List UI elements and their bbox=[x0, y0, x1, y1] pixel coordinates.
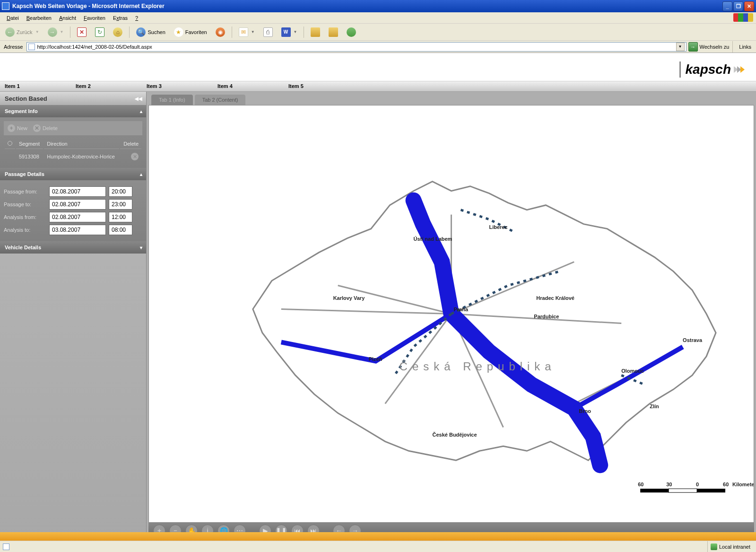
plus-icon: + bbox=[8, 124, 15, 132]
address-dropdown[interactable]: ▼ bbox=[676, 43, 685, 51]
close-button[interactable]: ✕ bbox=[744, 1, 754, 11]
segment-table: Segment Direction Delete 5913308 Humpole… bbox=[4, 138, 142, 164]
page-header: kapsch bbox=[0, 53, 756, 81]
nav-item-5[interactable]: Item 5 bbox=[284, 81, 355, 91]
date-input[interactable] bbox=[49, 199, 106, 210]
svg-text:Praha: Praha bbox=[453, 307, 468, 313]
segment-info-header[interactable]: Segment Info ▴ bbox=[0, 105, 146, 117]
stop-icon: ✕ bbox=[77, 27, 87, 37]
search-button[interactable]: 🔍Suchen bbox=[133, 26, 168, 39]
stop-button[interactable]: ✕ bbox=[74, 26, 90, 39]
minimize-button[interactable]: _ bbox=[722, 1, 732, 11]
home-button[interactable]: ⌂ bbox=[110, 26, 126, 39]
tabs: Tab 1 (Info) Tab 2 (Content) bbox=[148, 94, 754, 105]
time-input[interactable] bbox=[109, 199, 132, 210]
time-input[interactable] bbox=[109, 212, 132, 222]
svg-text:60: 60 bbox=[723, 482, 729, 487]
svg-text:Ostrava: Ostrava bbox=[683, 337, 703, 343]
nav-item-3[interactable]: Item 3 bbox=[142, 81, 213, 91]
svg-text:Karlovy Vary: Karlovy Vary bbox=[333, 295, 365, 301]
maximize-button[interactable]: ❐ bbox=[733, 1, 743, 11]
go-label: Wechseln zu bbox=[700, 44, 730, 50]
form-row: Passage to: bbox=[4, 199, 142, 210]
svg-text:Zlín: Zlín bbox=[650, 403, 659, 409]
menu-datei[interactable]: Datei bbox=[3, 14, 23, 22]
nav-item-1[interactable]: Item 1 bbox=[0, 81, 71, 91]
footer-bar bbox=[0, 532, 756, 541]
form-row: Analysis to: bbox=[4, 225, 142, 235]
menu-favoriten[interactable]: Favoriten bbox=[80, 14, 109, 22]
svg-text:Olomouc: Olomouc bbox=[621, 368, 644, 374]
home-icon: ⌂ bbox=[113, 27, 122, 37]
kapsch-logo: kapsch bbox=[679, 61, 744, 78]
date-input[interactable] bbox=[49, 212, 106, 222]
mail-button[interactable]: ✉▼ bbox=[235, 26, 258, 39]
map-svg: Praha Brno Ostrava Plzeň Liberec Olomouc… bbox=[149, 105, 754, 522]
segment-info-panel: Segment Info ▴ +New ✕Delete Segment Dire… bbox=[0, 105, 146, 168]
vehicle-details-header[interactable]: Vehicle Details ▾ bbox=[0, 241, 146, 254]
window-title: Kapsch Web Seiten Vorlage - Microsoft In… bbox=[12, 3, 722, 9]
folder2-button[interactable] bbox=[325, 26, 341, 39]
intranet-icon bbox=[711, 543, 717, 550]
field-label: Analysis to: bbox=[4, 227, 46, 233]
refresh-icon: ↻ bbox=[95, 27, 104, 37]
nav-item-4[interactable]: Item 4 bbox=[213, 81, 284, 91]
favorites-button[interactable]: ★Favoriten bbox=[171, 26, 210, 39]
messenger-button[interactable] bbox=[343, 26, 359, 39]
status-page-icon bbox=[3, 543, 9, 550]
time-input[interactable] bbox=[109, 225, 132, 235]
tab-2[interactable]: Tab 2 (Content) bbox=[195, 95, 246, 105]
date-input[interactable] bbox=[49, 225, 106, 235]
edit-button[interactable]: W▼ bbox=[278, 26, 301, 39]
svg-rect-14 bbox=[669, 489, 697, 492]
back-button[interactable]: ←Zurück▼ bbox=[2, 26, 43, 39]
menu-bearbeiten[interactable]: Bearbeiten bbox=[23, 14, 55, 22]
nav-item-2[interactable]: Item 2 bbox=[71, 81, 142, 91]
time-input[interactable] bbox=[109, 186, 132, 197]
collapse-sidebar-button[interactable]: ◀◀ bbox=[135, 96, 142, 101]
svg-rect-13 bbox=[640, 489, 669, 492]
svg-text:Kilometers: Kilometers bbox=[732, 482, 754, 487]
svg-rect-15 bbox=[697, 489, 725, 492]
sidebar: Section Based ◀◀ Segment Info ▴ +New ✕De… bbox=[0, 92, 147, 541]
expand-icon: ▾ bbox=[140, 245, 142, 250]
print-button[interactable]: ⎙ bbox=[260, 26, 276, 39]
folder-button[interactable] bbox=[307, 26, 323, 39]
date-input[interactable] bbox=[49, 186, 106, 197]
new-button[interactable]: +New bbox=[8, 124, 27, 132]
svg-text:Liberec: Liberec bbox=[489, 224, 507, 230]
radio-header bbox=[8, 141, 12, 146]
form-row: Analysis from: bbox=[4, 212, 142, 222]
svg-text:Pardubice: Pardubice bbox=[534, 314, 559, 319]
address-bar: Adresse ▼ → Wechseln zu Links bbox=[0, 41, 756, 53]
print-icon: ⎙ bbox=[263, 27, 273, 37]
address-input-wrap: ▼ bbox=[26, 42, 686, 52]
tab-1[interactable]: Tab 1 (Info) bbox=[151, 95, 193, 105]
passage-details-header[interactable]: Passage Details ▴ bbox=[0, 168, 146, 180]
refresh-button[interactable]: ↻ bbox=[92, 26, 108, 39]
menu-bar: Datei Bearbeiten Ansicht Favoriten Extra… bbox=[0, 12, 756, 24]
map-scale: 60 30 0 60 Kilometers bbox=[638, 482, 754, 492]
address-input[interactable] bbox=[37, 44, 676, 50]
media-button[interactable]: ◉ bbox=[212, 26, 228, 39]
menu-ansicht[interactable]: Ansicht bbox=[55, 14, 80, 22]
folder-icon bbox=[311, 27, 320, 37]
links-button[interactable]: Links bbox=[736, 44, 754, 50]
windows-logo-icon bbox=[733, 13, 753, 22]
table-row[interactable]: 5913308 Humpolec-Koberovice-Horice ✕ bbox=[5, 150, 141, 163]
toolbar: ←Zurück▼ →▼ ✕ ↻ ⌂ 🔍Suchen ★Favoriten ◉ ✉… bbox=[0, 24, 756, 41]
delete-button[interactable]: ✕Delete bbox=[33, 124, 58, 132]
x-icon: ✕ bbox=[33, 124, 41, 132]
menu-extras[interactable]: Extras bbox=[109, 14, 131, 22]
app-icon bbox=[2, 2, 9, 10]
menu-help[interactable]: ? bbox=[131, 14, 142, 22]
map-canvas[interactable]: Praha Brno Ostrava Plzeň Liberec Olomouc… bbox=[148, 105, 754, 523]
forward-button[interactable]: →▼ bbox=[44, 26, 67, 39]
svg-text:30: 30 bbox=[666, 482, 672, 487]
form-row: Passage from: bbox=[4, 186, 142, 197]
media-icon: ◉ bbox=[216, 27, 225, 37]
svg-text:Brno: Brno bbox=[579, 408, 591, 414]
delete-row-button[interactable]: ✕ bbox=[131, 153, 139, 160]
go-button[interactable]: → bbox=[688, 42, 698, 52]
vehicle-details-panel: Vehicle Details ▾ bbox=[0, 241, 146, 254]
